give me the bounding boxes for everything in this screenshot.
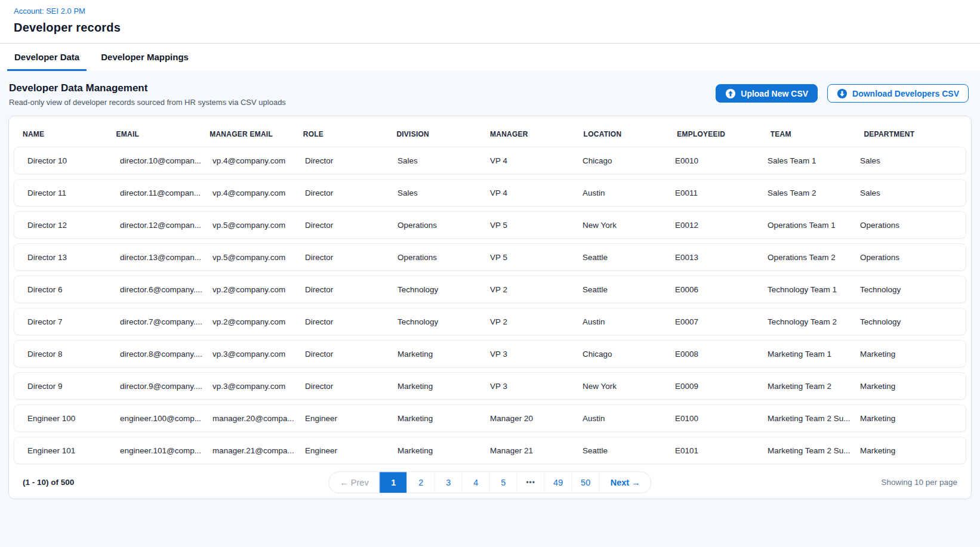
account-breadcrumb-link[interactable]: Account: SEI 2.0 PM: [14, 7, 85, 16]
cell-manager: VP 3: [490, 350, 583, 359]
column-header-location: LOCATION: [584, 130, 677, 138]
column-header-team: TEAM: [771, 130, 864, 138]
upload-button-label: Upload New CSV: [741, 89, 808, 98]
tab-bar: Developer Data Developer Mappings: [0, 43, 980, 71]
column-header-manager-email: MANAGER EMAIL: [209, 130, 303, 138]
cell-employeeid: E0009: [675, 382, 768, 391]
cell-email: director.7@company....: [120, 317, 212, 326]
pagination-page-1[interactable]: 1: [380, 472, 407, 493]
cell-manager: VP 3: [490, 382, 583, 391]
pagination-page-49[interactable]: 49: [544, 472, 572, 493]
table-body: Director 10director.10@compan...vp.4@com…: [14, 147, 966, 464]
pagination-ellipsis: •••: [517, 472, 544, 493]
cell-department: Technology: [860, 317, 953, 326]
cell-role: Engineer: [305, 414, 397, 423]
column-header-manager: MANAGER: [490, 130, 584, 138]
table-row: Director 8director.8@company....vp.3@com…: [14, 340, 966, 367]
result-range-label: (1 - 10) of 500: [23, 478, 74, 487]
cell-manager-email: vp.2@company.com: [212, 285, 305, 294]
cell-division: Marketing: [397, 382, 490, 391]
cell-manager: VP 2: [490, 285, 583, 294]
section-header: Developer Data Management Read-only view…: [9, 82, 971, 107]
cell-location: Seattle: [583, 253, 675, 262]
cell-division: Sales: [397, 156, 490, 165]
cell-email: director.8@company....: [120, 350, 212, 359]
tab-developer-data[interactable]: Developer Data: [7, 44, 87, 71]
cell-department: Sales: [860, 188, 953, 197]
cell-division: Sales: [397, 188, 490, 197]
cell-location: Seattle: [583, 285, 675, 294]
section-subtitle: Read-only view of developer records sour…: [9, 98, 286, 107]
cell-division: Operations: [397, 221, 490, 230]
cell-manager: VP 4: [490, 156, 583, 165]
cell-manager-email: vp.5@company.com: [212, 221, 305, 230]
pagination-prev-button[interactable]: ← Prev: [329, 472, 379, 493]
upload-new-csv-button[interactable]: Upload New CSV: [716, 84, 818, 103]
cell-name: Director 12: [27, 221, 120, 230]
developer-table-card: NAMEEMAILMANAGER EMAILROLEDIVISIONMANAGE…: [8, 116, 972, 499]
cell-employeeid: E0012: [675, 221, 768, 230]
pagination-page-3[interactable]: 3: [434, 472, 462, 493]
cell-department: Operations: [860, 253, 953, 262]
column-header-division: DIVISION: [396, 130, 490, 138]
cell-location: Austin: [583, 414, 675, 423]
tab-developer-mappings[interactable]: Developer Mappings: [94, 44, 196, 71]
cell-role: Director: [305, 156, 397, 165]
pagination-page-5[interactable]: 5: [489, 472, 517, 493]
cell-name: Director 9: [27, 382, 120, 391]
cell-role: Director: [305, 253, 397, 262]
cell-role: Director: [305, 382, 397, 391]
table-row: Director 9director.9@company....vp.3@com…: [14, 372, 966, 400]
cell-team: Marketing Team 2 Su...: [768, 446, 860, 455]
table-row: Director 13director.13@compan...vp.5@com…: [14, 243, 966, 271]
cell-division: Marketing: [397, 446, 490, 455]
cell-manager-email: manager.20@compa...: [212, 414, 305, 423]
cell-email: engineer.101@comp...: [120, 446, 212, 455]
cell-role: Director: [305, 285, 397, 294]
table-row: Engineer 100engineer.100@comp...manager.…: [14, 404, 966, 432]
cell-department: Sales: [860, 156, 953, 165]
cell-employeeid: E0011: [675, 188, 768, 197]
cell-email: director.13@compan...: [120, 253, 212, 262]
cell-email: director.10@compan...: [120, 156, 212, 165]
cell-location: Seattle: [583, 446, 675, 455]
download-developers-csv-button[interactable]: Download Developers CSV: [827, 84, 969, 103]
table-row: Director 10director.10@compan...vp.4@com…: [14, 147, 966, 174]
table-footer: (1 - 10) of 500 ← Prev12345•••4950Next →…: [14, 469, 966, 499]
cell-department: Marketing: [860, 446, 953, 455]
cell-role: Engineer: [305, 446, 397, 455]
cell-division: Technology: [397, 317, 490, 326]
cell-manager: VP 5: [490, 253, 583, 262]
table-column-header-row: NAMEEMAILMANAGER EMAILROLEDIVISIONMANAGE…: [14, 121, 966, 147]
cell-email: director.12@compan...: [120, 221, 212, 230]
cell-division: Operations: [397, 253, 490, 262]
cell-name: Director 13: [27, 253, 120, 262]
pagination-next-button[interactable]: Next →: [599, 472, 651, 493]
cell-name: Director 10: [27, 156, 120, 165]
cell-employeeid: E0006: [675, 285, 768, 294]
cell-team: Sales Team 1: [768, 156, 860, 165]
cell-location: Chicago: [583, 156, 675, 165]
cell-employeeid: E0010: [675, 156, 768, 165]
pagination-page-50[interactable]: 50: [572, 472, 599, 493]
cell-name: Director 7: [27, 317, 120, 326]
download-button-label: Download Developers CSV: [852, 89, 959, 98]
table-row: Director 6director.6@company....vp.2@com…: [14, 276, 966, 303]
header-actions: Upload New CSV Download Developers CSV: [716, 84, 969, 103]
cell-team: Marketing Team 2: [768, 382, 860, 391]
cell-division: Marketing: [397, 350, 490, 359]
cell-role: Director: [305, 221, 397, 230]
cell-email: director.6@company....: [120, 285, 212, 294]
cell-name: Director 11: [27, 188, 120, 197]
cell-manager-email: vp.4@company.com: [212, 156, 305, 165]
table-row: Director 12director.12@compan...vp.5@com…: [14, 211, 966, 239]
cell-location: Austin: [583, 188, 675, 197]
cell-department: Marketing: [860, 350, 953, 359]
cell-division: Marketing: [397, 414, 490, 423]
table-row: Engineer 101engineer.101@comp...manager.…: [14, 437, 966, 464]
pagination-page-4[interactable]: 4: [462, 472, 489, 493]
cell-team: Sales Team 2: [768, 188, 860, 197]
cell-name: Director 8: [27, 350, 120, 359]
cell-team: Operations Team 2: [768, 253, 860, 262]
pagination-page-2[interactable]: 2: [407, 472, 434, 493]
